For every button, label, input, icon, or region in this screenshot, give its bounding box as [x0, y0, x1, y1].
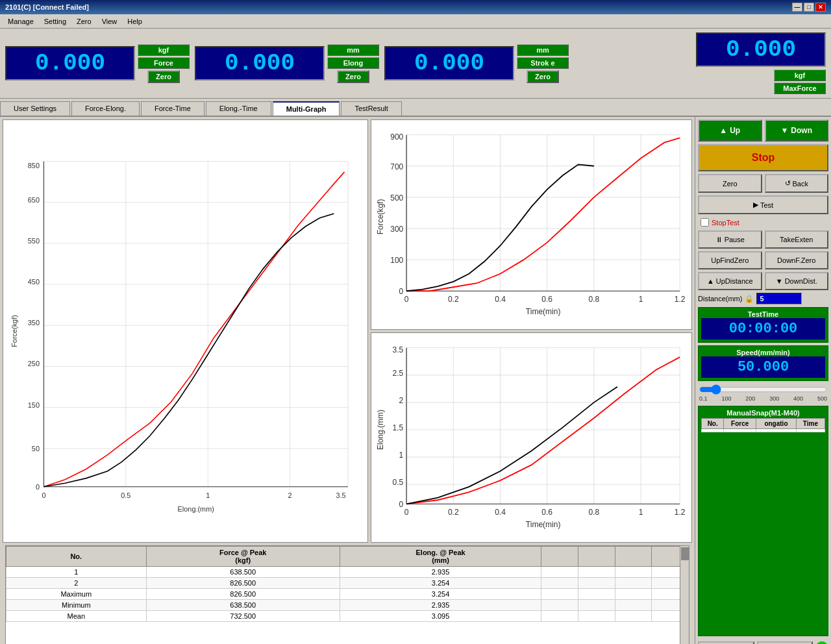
distance-input[interactable] — [756, 293, 802, 304]
mean-label: Mean — [6, 611, 147, 622]
summary-minimum-row: Minimum 638.500 2.935 — [6, 600, 689, 611]
up-button[interactable]: ▲ Up — [698, 119, 762, 142]
test-button[interactable]: ▶ Test — [698, 195, 828, 214]
menu-help[interactable]: Help — [122, 16, 147, 27]
elong-zero-button[interactable]: Zero — [337, 70, 369, 83]
col-empty1 — [541, 547, 578, 567]
delete-button[interactable]: Delete — [757, 641, 813, 644]
speed-range-labels: 0.1 100 200 300 400 500 — [699, 395, 827, 402]
row2-force: 826.500 — [146, 578, 340, 589]
testtime-label: TestTime — [701, 310, 825, 318]
updistance-button[interactable]: ▲ UpDistance — [698, 272, 762, 290]
minimum-elong: 2.935 — [340, 600, 541, 611]
svg-text:0: 0 — [399, 500, 403, 509]
charts-top: 0 50 150 250 350 450 550 650 850 0 0.5 1… — [3, 119, 692, 543]
downfzero-button[interactable]: DownF.Zero — [765, 251, 829, 269]
svg-text:0: 0 — [42, 491, 45, 499]
down-button[interactable]: ▼ Down — [765, 119, 829, 142]
distance-row: Distance(mm) 🔒 — [698, 293, 828, 304]
tab-user-settings[interactable]: User Settings — [0, 101, 70, 116]
menu-setting[interactable]: Setting — [39, 16, 71, 27]
svg-text:0.4: 0.4 — [495, 295, 506, 304]
col-elong-peak: Elong. @ Peak(mm) — [340, 547, 541, 567]
maximum-label: Maximum — [6, 589, 147, 600]
tab-elong-time[interactable]: Elong.-Time — [206, 101, 271, 116]
svg-text:1.2: 1.2 — [675, 508, 686, 517]
table-row: 1 638.500 2.935 — [6, 567, 689, 578]
menu-zero[interactable]: Zero — [71, 16, 97, 27]
mean-force: 732.500 — [146, 611, 340, 622]
chart-area: 0 50 150 250 350 450 550 650 850 0 0.5 1… — [0, 117, 695, 644]
up-down-buttons: ▲ Up ▼ Down — [698, 119, 828, 142]
title-bar: 2101(C) [Connect Failed] — □ ✕ — [0, 0, 831, 14]
testtime-section: TestTime 00:00:00 — [698, 307, 828, 343]
upfindzero-button[interactable]: UpFindZero — [698, 251, 762, 269]
force-time-chart: 0 100 300 500 700 900 0 0.2 0.4 0.6 0.8 … — [371, 119, 692, 330]
table-row: 2 826.500 3.254 — [6, 578, 689, 589]
speed-label: Speed(mm/min) — [701, 349, 825, 356]
maxforce-value: 0.000 — [696, 32, 826, 67]
elong-value: 0.000 — [195, 46, 325, 80]
tab-test-result[interactable]: TestResult — [341, 101, 401, 116]
menu-manage[interactable]: Manage — [3, 16, 39, 27]
col-empty2 — [578, 547, 615, 567]
maxforce-group: 0.000 kgf MaxForce — [696, 32, 826, 94]
strok-value: 0.000 — [384, 46, 514, 80]
close-button[interactable]: ✕ — [815, 3, 826, 12]
menu-view[interactable]: View — [97, 16, 123, 27]
tab-multi-graph[interactable]: Multi-Graph — [273, 101, 340, 116]
pause-button[interactable]: ⏸ Pause — [698, 230, 762, 249]
chart-right: 0 100 300 500 700 900 0 0.2 0.4 0.6 0.8 … — [371, 119, 692, 543]
speed-slider-container: 0.1 100 200 300 400 500 — [698, 384, 828, 403]
snap-col-elong: ongatio — [756, 419, 797, 429]
svg-text:2.5: 2.5 — [392, 369, 403, 378]
minimize-button[interactable]: — — [792, 3, 802, 12]
updist-downdist-row: ▲ UpDistance ▼ DownDist. — [698, 272, 828, 290]
svg-text:0.2: 0.2 — [448, 295, 459, 304]
stoptest-checkbox[interactable] — [701, 218, 709, 227]
row2-no: 2 — [6, 578, 147, 589]
svg-text:650: 650 — [28, 196, 40, 204]
svg-text:0.8: 0.8 — [588, 295, 599, 304]
scroll-thumb[interactable] — [681, 547, 689, 560]
elong-label-group: mm Elong Zero — [327, 44, 379, 83]
down-dist-icon: ▼ — [776, 277, 783, 285]
stop-button[interactable]: Stop — [698, 144, 828, 171]
svg-text:900: 900 — [390, 132, 403, 142]
svg-text:0.8: 0.8 — [588, 508, 599, 517]
snap-button[interactable]: Snap — [698, 641, 754, 644]
take-exten-button[interactable]: TakeExten — [765, 230, 829, 249]
svg-text:Time(min): Time(min) — [526, 307, 561, 316]
row1-elong: 2.935 — [340, 567, 541, 578]
tab-force-time[interactable]: Force-Time — [141, 101, 205, 116]
svg-text:3.5: 3.5 — [392, 345, 403, 354]
svg-text:Elong.(mm): Elong.(mm) — [376, 410, 385, 450]
col-force-peak: Force @ Peak(kgf) — [146, 547, 340, 567]
maximize-button[interactable]: □ — [804, 3, 814, 12]
maximum-elong: 3.254 — [340, 589, 541, 600]
downdist-button[interactable]: ▼ DownDist. — [765, 272, 829, 290]
back-arrow-icon: ↺ — [785, 179, 791, 188]
force-unit-label: kgf — [138, 44, 190, 56]
zero-back-row: Zero ↺ Back — [698, 174, 828, 193]
tab-force-elong[interactable]: Force-Elong. — [71, 101, 140, 116]
elong-unit-label: mm — [327, 44, 379, 56]
row2-elong: 3.254 — [340, 578, 541, 589]
svg-text:0.6: 0.6 — [541, 508, 552, 517]
svg-text:0.4: 0.4 — [495, 508, 506, 517]
stoptest-row: StopTest — [698, 217, 828, 228]
force-zero-button[interactable]: Zero — [147, 70, 180, 83]
table-scrollbar[interactable] — [680, 546, 689, 644]
speed-400-label: 400 — [793, 395, 803, 402]
stoptest-label: StopTest — [712, 219, 739, 227]
force-group: 0.000 kgf Force Zero — [5, 44, 190, 83]
speed-slider[interactable] — [699, 385, 827, 394]
elong-time-chart: 0 0.5 1 1.5 2 2.5 3.5 0 0.2 0.4 0.6 0.8 … — [371, 332, 692, 543]
strok-zero-button[interactable]: Zero — [527, 70, 559, 83]
svg-text:0: 0 — [399, 287, 403, 296]
maximum-force: 826.500 — [146, 589, 340, 600]
svg-text:700: 700 — [390, 162, 403, 171]
strok-group: 0.000 mm Strok e Zero — [384, 44, 569, 83]
zero-button[interactable]: Zero — [698, 174, 762, 193]
back-button[interactable]: ↺ Back — [765, 174, 829, 193]
